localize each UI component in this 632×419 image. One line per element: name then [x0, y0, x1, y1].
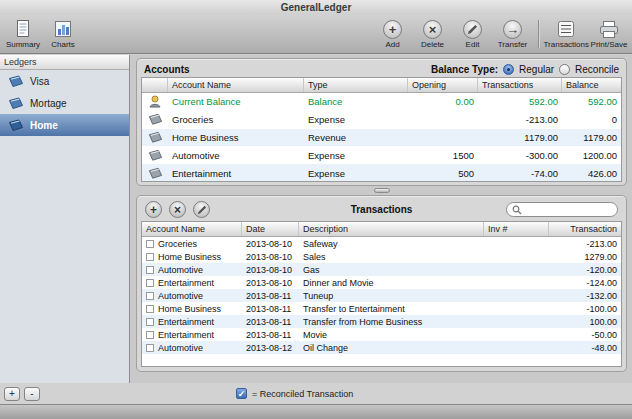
sidebar-item-label: Visa	[30, 76, 49, 87]
table-row[interactable]: Entertainment 2013-08-11 Transfer from H…	[142, 315, 621, 328]
table-row[interactable]: Automotive 2013-08-11 Tuneup -132.00	[142, 289, 621, 302]
reconcile-checkbox[interactable]	[146, 331, 154, 339]
panel-splitter[interactable]	[136, 186, 627, 195]
accounts-col-transactions[interactable]: Transactions	[478, 78, 562, 92]
list-icon	[556, 20, 576, 39]
tx-col-account-name[interactable]: Account Name	[142, 222, 242, 236]
search-input[interactable]	[525, 205, 611, 215]
edit-button[interactable]: Edit	[453, 16, 493, 52]
tx-col-inv[interactable]: Inv #	[484, 222, 549, 236]
sidebar-item-mortage[interactable]: Mortage	[0, 92, 129, 114]
summary-button[interactable]: Summary	[3, 16, 43, 52]
reconcile-checkbox[interactable]	[146, 266, 154, 274]
sidebar-item-home[interactable]: Home	[0, 114, 129, 136]
account-ledger-icon	[148, 113, 163, 126]
table-row[interactable]: Home Business 2013-08-11 Transfer to Ent…	[142, 302, 621, 315]
table-row[interactable]: Entertainment 2013-08-11 Movie -50.00	[142, 328, 621, 341]
table-row[interactable]: Automotive 2013-08-12 Oil Change -48.00	[142, 341, 621, 354]
transactions-table-header: Account Name Date Description Inv # Tran…	[142, 222, 621, 237]
account-ledger-icon	[148, 167, 163, 180]
reconcile-checkbox[interactable]	[146, 344, 154, 352]
table-row[interactable]: Home Business Revenue 1179.00 1179.00	[142, 129, 621, 147]
accounts-col-account-name[interactable]: Account Name	[168, 78, 304, 92]
charts-label: Charts	[51, 40, 75, 49]
summary-icon	[14, 19, 32, 39]
accounts-col-opening[interactable]: Opening	[408, 78, 478, 92]
sidebar-header: Ledgers	[0, 55, 129, 70]
print-save-label: Print/Save	[591, 40, 628, 49]
accounts-title: Accounts	[144, 64, 190, 75]
accounts-col-type[interactable]: Type	[304, 78, 408, 92]
add-button[interactable]: + Add	[373, 16, 413, 52]
delete-label: Delete	[421, 40, 444, 49]
footer-strip: + - ✓ = Reconciled Transaction	[0, 383, 632, 404]
table-row[interactable]: Automotive Expense 1500 -300.00 1200.00	[142, 146, 621, 164]
edit-transaction-button[interactable]	[193, 201, 210, 218]
balance-type-label: Balance Type:	[431, 64, 498, 75]
bottom-bar	[0, 404, 632, 419]
charts-icon	[53, 19, 73, 39]
transactions-button[interactable]: Transactions	[544, 16, 590, 52]
tx-col-description[interactable]: Description	[299, 222, 484, 236]
current-balance-icon	[148, 95, 162, 108]
table-row[interactable]: Groceries 2013-08-10 Safeway -213.00	[142, 237, 621, 250]
sidebar-item-label: Mortage	[30, 98, 67, 109]
tx-col-date[interactable]: Date	[242, 222, 299, 236]
delete-transaction-button[interactable]: ×	[169, 201, 186, 218]
main-area: Accounts Balance Type: Regular Reconcile…	[130, 55, 632, 383]
print-save-button[interactable]: Print/Save	[589, 16, 629, 52]
tx-col-transaction[interactable]: Transaction	[549, 222, 621, 236]
table-row[interactable]: Home Business 2013-08-10 Sales 1279.00	[142, 250, 621, 263]
accounts-col-balance[interactable]: Balance	[562, 78, 621, 92]
reconcile-checkbox[interactable]	[146, 240, 154, 248]
table-row[interactable]: Entertainment Expense 500 -74.00 426.00	[142, 164, 621, 182]
ledger-book-icon	[8, 75, 24, 88]
accounts-table-body: Current Balance Balance 0.00 592.00 592.…	[142, 93, 621, 182]
table-row[interactable]: Groceries Expense -213.00 0	[142, 111, 621, 129]
search-icon	[512, 205, 522, 215]
reconciled-legend-label: = Reconciled Transaction	[252, 389, 353, 399]
balance-type-group: Balance Type: Regular Reconcile	[431, 64, 619, 75]
transfer-button[interactable]: → Transfer	[493, 16, 533, 52]
table-row[interactable]: Current Balance Balance 0.00 592.00 592.…	[142, 93, 621, 111]
regular-radio-label[interactable]: Regular	[519, 64, 554, 75]
regular-radio[interactable]	[503, 64, 514, 75]
reconcile-checkbox[interactable]	[146, 318, 154, 326]
reconcile-radio[interactable]	[559, 64, 570, 75]
arrow-right-icon: →	[506, 23, 519, 36]
accounts-panel: Accounts Balance Type: Regular Reconcile…	[136, 58, 627, 186]
table-row[interactable]: Automotive 2013-08-10 Gas -120.00	[142, 263, 621, 276]
add-transaction-button[interactable]: +	[145, 201, 162, 218]
ledger-book-icon	[8, 119, 24, 132]
splitter-grip-icon[interactable]	[374, 188, 390, 193]
reconcile-radio-label[interactable]: Reconcile	[575, 64, 619, 75]
reconcile-checkbox[interactable]	[146, 292, 154, 300]
app-window: GeneralLedger Summary Charts + Add × Del…	[0, 0, 632, 419]
pencil-icon	[197, 205, 207, 215]
pencil-icon	[467, 24, 478, 35]
add-label: Add	[385, 40, 399, 49]
content-area: Ledgers Visa Mortage Home Accounts	[0, 55, 632, 383]
printer-icon	[598, 20, 620, 39]
reconcile-checkbox[interactable]	[146, 279, 154, 287]
accounts-col-icon	[142, 78, 168, 92]
table-row[interactable]: Entertainment 2013-08-10 Dinner and Movi…	[142, 276, 621, 289]
accounts-panel-header: Accounts Balance Type: Regular Reconcile	[141, 61, 622, 77]
transfer-label: Transfer	[498, 40, 528, 49]
summary-label: Summary	[6, 40, 40, 49]
accounts-table-header: Account Name Type Opening Transactions B…	[142, 78, 621, 93]
plus-icon: +	[150, 204, 157, 216]
delete-button[interactable]: × Delete	[413, 16, 453, 52]
charts-button[interactable]: Charts	[43, 16, 83, 52]
sidebar-item-label: Home	[30, 120, 58, 131]
search-field[interactable]	[506, 202, 618, 217]
reconcile-checkbox[interactable]	[146, 305, 154, 313]
add-ledger-button[interactable]: +	[4, 387, 20, 401]
sidebar-item-visa[interactable]: Visa	[0, 70, 129, 92]
reconcile-checkbox[interactable]	[146, 253, 154, 261]
ledgers-sidebar: Ledgers Visa Mortage Home	[0, 55, 130, 383]
transactions-table-body: Groceries 2013-08-10 Safeway -213.00 Hom…	[142, 237, 621, 354]
delete-icon: ×	[174, 204, 181, 216]
remove-ledger-button[interactable]: -	[24, 387, 40, 401]
toolbar-separator	[538, 20, 539, 48]
